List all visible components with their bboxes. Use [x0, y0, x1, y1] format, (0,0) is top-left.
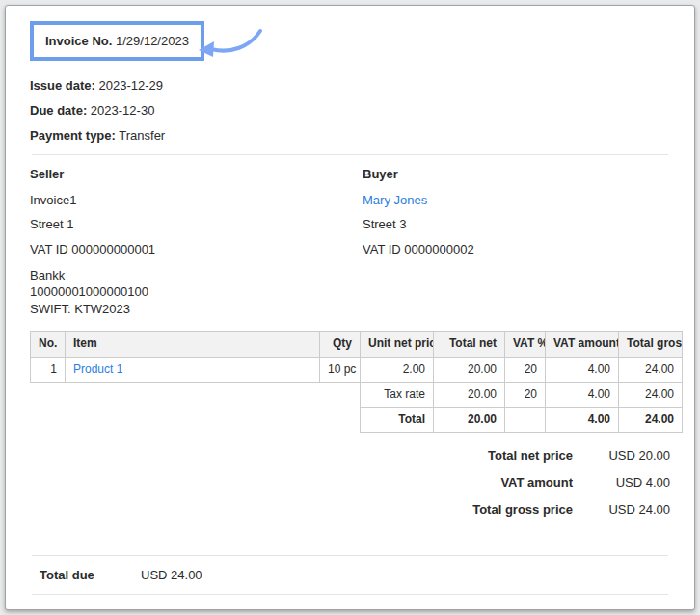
vat-amount-value: USD 4.00: [573, 475, 670, 490]
item-product-link[interactable]: Product 1: [73, 362, 122, 376]
table-header-row: No. Item Qty Unit net price Total net VA…: [31, 332, 683, 357]
payment-type-label: Payment type:: [30, 128, 116, 143]
seller-swift: SWIFT: KTW2023: [30, 301, 363, 318]
tax-rate-total-net: 20.00: [434, 382, 505, 407]
annotation-arrow-icon: [196, 26, 265, 67]
buyer-name-link[interactable]: Mary Jones: [363, 193, 427, 207]
total-gross-price-value: USD 24.00: [573, 502, 670, 517]
col-header-vat-pct: VAT %: [505, 332, 546, 357]
total-vat-amount: 4.00: [546, 407, 619, 432]
total-net-price-label: Total net price: [488, 448, 573, 463]
item-row: 1 Product 1 10 pc 2.00 20.00 20 4.00 24.…: [31, 357, 683, 382]
col-header-item: Item: [66, 332, 320, 357]
total-gross-price-label: Total gross price: [472, 502, 573, 517]
parties-section: Seller Invoice1 Street 1 VAT ID 00000000…: [30, 167, 670, 317]
total-due-bottom-separator: [32, 594, 668, 595]
seller-bank-account: 10000001000000100: [30, 283, 363, 301]
col-header-vat-amount: VAT amount: [546, 332, 619, 357]
seller-section: Seller Invoice1 Street 1 VAT ID 00000000…: [30, 167, 363, 317]
item-total-gross: 24.00: [619, 357, 683, 382]
item-total-net: 20.00: [434, 357, 505, 382]
totals-summary: Total net price USD 20.00 VAT amount USD…: [30, 448, 670, 517]
total-due-section: Total due USD 24.00: [30, 555, 670, 595]
payment-type-value: Transfer: [119, 128, 165, 143]
items-table-section: No. Item Qty Unit net price Total net VA…: [30, 331, 670, 433]
seller-bank-block: Bankk 10000001000000100 SWIFT: KTW2023: [30, 267, 363, 318]
payment-type-row: Payment type: Transfer: [30, 129, 670, 142]
issue-date-value: 2023-12-29: [99, 78, 164, 93]
total-total-gross: 24.00: [619, 407, 683, 432]
item-vat-pct: 20: [505, 357, 546, 382]
total-due-row: Total due USD 24.00: [30, 556, 670, 594]
item-vat-amount: 4.00: [546, 357, 619, 382]
due-date-label: Due date:: [30, 103, 87, 118]
tax-rate-total-gross: 24.00: [619, 382, 683, 407]
issue-date-row: Issue date: 2023-12-29: [30, 79, 670, 92]
buyer-vat-id: VAT ID 0000000002: [363, 242, 670, 257]
col-header-qty: Qty: [320, 332, 361, 357]
total-total-net: 20.00: [434, 407, 505, 432]
invoice-header: Invoice No. 1/29/12/2023: [30, 21, 670, 67]
seller-bank-name: Bankk: [30, 267, 363, 284]
total-due-value: USD 24.00: [141, 568, 202, 582]
invoice-document: Invoice No. 1/29/12/2023 Issue date: 202…: [5, 5, 695, 610]
buyer-heading: Buyer: [363, 167, 670, 181]
tax-rate-vat-pct: 20: [505, 382, 546, 407]
seller-vat-id: VAT ID 000000000001: [30, 242, 363, 257]
vat-amount-row: VAT amount USD 4.00: [30, 475, 670, 490]
invoice-number-label: Invoice No.: [45, 34, 112, 48]
col-header-total-net: Total net: [434, 332, 505, 357]
item-no: 1: [31, 357, 66, 382]
total-label: Total: [361, 407, 434, 432]
total-net-price-row: Total net price USD 20.00: [30, 448, 670, 463]
tax-rate-row: Tax rate 20.00 20 4.00 24.00: [31, 382, 683, 407]
total-net-price-value: USD 20.00: [573, 448, 670, 463]
tax-rate-label: Tax rate: [361, 382, 434, 407]
seller-name: Invoice1: [30, 193, 363, 208]
total-due-label: Total due: [40, 568, 141, 582]
col-header-total-gross: Total gross: [619, 332, 683, 357]
header-separator: [32, 154, 668, 155]
invoice-meta: Issue date: 2023-12-29 Due date: 2023-12…: [30, 79, 670, 142]
due-date-row: Due date: 2023-12-30: [30, 104, 670, 117]
col-header-unit-net-price: Unit net price: [361, 332, 434, 357]
invoice-number-highlight-box: Invoice No. 1/29/12/2023: [30, 21, 204, 61]
buyer-street: Street 3: [363, 217, 670, 232]
total-gross-price-row: Total gross price USD 24.00: [30, 502, 670, 517]
item-qty: 10 pc: [320, 357, 361, 382]
total-vat-pct: [505, 407, 546, 432]
col-header-no: No.: [31, 332, 66, 357]
due-date-value: 2023-12-30: [91, 103, 155, 118]
issue-date-label: Issue date:: [30, 78, 95, 93]
items-table: No. Item Qty Unit net price Total net VA…: [30, 331, 683, 433]
invoice-number-value: 1/29/12/2023: [116, 34, 189, 48]
item-unit-net-price: 2.00: [361, 357, 434, 382]
seller-street: Street 1: [30, 217, 363, 232]
vat-amount-label: VAT amount: [500, 475, 573, 490]
table-total-row: Total 20.00 4.00 24.00: [31, 407, 683, 432]
seller-heading: Seller: [30, 167, 363, 181]
buyer-section: Buyer Mary Jones Street 3 VAT ID 0000000…: [363, 167, 670, 317]
tax-rate-vat-amount: 4.00: [546, 382, 619, 407]
